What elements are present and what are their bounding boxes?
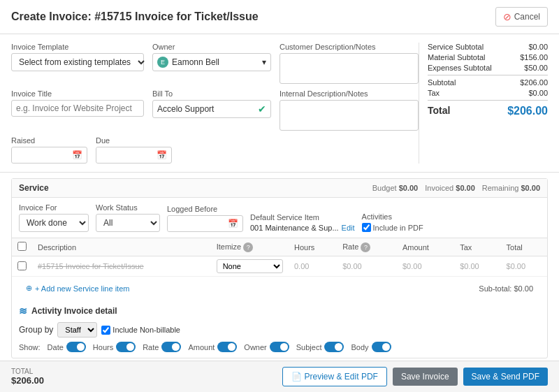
- service-invoiced-label: Invoiced: [425, 184, 453, 192]
- service-table-footer: ⊕ + Add new Service line item Sub-total:…: [12, 277, 547, 300]
- group-by-select[interactable]: Staff: [57, 322, 97, 337]
- toggle-rate-slider: [161, 342, 181, 352]
- service-remaining: Remaining $0.00: [482, 184, 540, 192]
- activities-group: Activities Include in PDF: [362, 212, 423, 232]
- toggle-body-slider: [372, 342, 391, 352]
- row-amount: $0.00: [397, 256, 454, 277]
- summary-divider-1: [428, 75, 548, 75]
- customer-desc-input[interactable]: [280, 53, 419, 84]
- service-table: Description Itemize ? Hours Rate ? Amoun…: [12, 238, 547, 277]
- add-service-line-button[interactable]: ⊕ + Add new Service line item: [19, 280, 136, 297]
- summary-divider-2: [428, 100, 548, 101]
- cancel-button[interactable]: ⊘ Cancel: [495, 7, 548, 27]
- include-nonbillable-checkbox[interactable]: [101, 326, 110, 335]
- toggle-date-switch[interactable]: [66, 342, 86, 352]
- owner-value: Eamonn Bell: [172, 57, 259, 67]
- th-total: Total: [501, 238, 547, 256]
- invoice-title-input[interactable]: [11, 100, 144, 117]
- toggle-hours-slider: [116, 342, 136, 352]
- toggle-owner-label: Owner: [244, 343, 266, 351]
- toggle-subject-label: Subject: [296, 343, 322, 351]
- raised-date-field[interactable]: [12, 147, 68, 163]
- invoice-for-select-wrap[interactable]: Work done: [19, 214, 89, 232]
- row-itemize-select-wrap[interactable]: None: [217, 259, 283, 273]
- service-subtotal-value: $0.00: [528, 43, 548, 51]
- logged-before-field[interactable]: [168, 216, 224, 231]
- row-itemize: None: [211, 256, 289, 277]
- due-date-input[interactable]: 📅: [96, 147, 172, 164]
- toggle-rate-switch[interactable]: [161, 342, 181, 352]
- th-amount: Amount: [397, 238, 454, 256]
- bill-to-icon: ✔: [258, 103, 266, 115]
- activity-icon: ≋: [19, 305, 27, 317]
- row-rate: $0.00: [337, 256, 397, 277]
- invoice-for-select[interactable]: Work done: [20, 215, 88, 231]
- raised-calendar-icon[interactable]: 📅: [68, 147, 87, 163]
- invoice-for-label: Invoice For: [19, 203, 89, 212]
- form-fields: Invoice Template Select from existing te…: [11, 43, 419, 164]
- th-itemize: Itemize ?: [211, 238, 289, 256]
- tax-row: Tax $0.00: [428, 89, 548, 97]
- th-tax: Tax: [454, 238, 500, 256]
- itemize-help-icon: ?: [243, 242, 253, 252]
- material-subtotal-label: Material Subtotal: [428, 53, 486, 61]
- save-send-pdf-button[interactable]: Save & Send PDF: [463, 368, 548, 386]
- invoice-template-select[interactable]: Select from existing templates: [12, 54, 147, 71]
- service-section: Service Budget $0.00 Invoiced $0.00 Rema…: [11, 178, 548, 358]
- row-check: [12, 256, 32, 277]
- toggle-amount: Amount: [188, 342, 237, 352]
- owner-dropdown-icon: ▾: [262, 57, 266, 67]
- show-label: Show:: [19, 343, 41, 351]
- toggle-hours: Hours: [93, 342, 136, 352]
- activity-section: ≋ Activity Invoice detail Group by Staff…: [12, 300, 547, 358]
- activities-wrap: Include in PDF: [362, 223, 423, 232]
- add-service-line-icon: ⊕: [26, 284, 32, 293]
- due-calendar-icon[interactable]: 📅: [152, 147, 171, 163]
- owner-input[interactable]: E Eamonn Bell ▾: [152, 53, 271, 71]
- save-invoice-button[interactable]: Save Invoice: [393, 368, 458, 386]
- toggle-date-label: Date: [48, 343, 64, 351]
- row-checkbox[interactable]: [17, 261, 27, 270]
- toggle-owner-switch[interactable]: [270, 342, 289, 352]
- table-header-row: Description Itemize ? Hours Rate ? Amoun…: [12, 238, 547, 256]
- raised-date-input[interactable]: 📅: [11, 147, 87, 164]
- due-label: Due: [96, 136, 172, 145]
- invoice-template-select-wrap[interactable]: Select from existing templates: [11, 53, 144, 71]
- logged-before-calendar-icon[interactable]: 📅: [224, 216, 242, 231]
- default-service-edit-link[interactable]: Edit: [342, 224, 355, 232]
- activity-title: ≋ Activity Invoice detail: [19, 305, 540, 317]
- material-subtotal-row: Material Subtotal $156.00: [428, 53, 548, 61]
- raised-group: Raised 📅: [11, 136, 87, 164]
- row-itemize-select[interactable]: None: [217, 260, 282, 273]
- row-tax: $0.00: [454, 256, 500, 277]
- invoice-for-group: Invoice For Work done: [19, 203, 89, 232]
- owner-avatar: E: [157, 57, 168, 68]
- th-hours: Hours: [289, 238, 337, 256]
- toggle-amount-switch[interactable]: [217, 342, 237, 352]
- work-status-select[interactable]: All: [96, 215, 159, 231]
- form-row-2: Invoice Title Bill To Accelo Support ✔ I…: [11, 89, 419, 131]
- preview-pdf-button[interactable]: 📄 Preview & Edit PDF: [282, 367, 387, 386]
- subtotal-label: Subtotal: [428, 78, 456, 87]
- bill-to-value: Accelo Support: [157, 104, 254, 114]
- page-title: Create Invoice: #15715 Invoice for Ticke…: [11, 10, 259, 23]
- include-pdf-checkbox[interactable]: [362, 223, 371, 232]
- work-status-select-wrap[interactable]: All: [96, 214, 160, 232]
- toggle-subject-slider: [324, 342, 344, 352]
- logged-before-date[interactable]: 📅: [167, 215, 243, 232]
- work-status-label: Work Status: [96, 203, 160, 212]
- due-date-field[interactable]: [96, 147, 152, 163]
- toggle-subject: Subject: [296, 342, 344, 352]
- internal-desc-input[interactable]: [280, 100, 419, 131]
- service-budget: Budget $0.00: [372, 184, 418, 192]
- toggle-hours-switch[interactable]: [116, 342, 136, 352]
- toggle-body-switch[interactable]: [372, 342, 391, 352]
- toggle-subject-switch[interactable]: [324, 342, 344, 352]
- bill-to-input[interactable]: Accelo Support ✔: [152, 100, 271, 118]
- select-all-checkbox[interactable]: [17, 242, 27, 251]
- due-group: Due 📅: [96, 136, 172, 164]
- top-form: Invoice Template Select from existing te…: [0, 34, 559, 173]
- customer-desc-group: Customer Description/Notes: [280, 43, 419, 84]
- toggle-hours-label: Hours: [93, 343, 113, 351]
- footer: TOTAL $206.00 📄 Preview & Edit PDF Save …: [0, 361, 559, 392]
